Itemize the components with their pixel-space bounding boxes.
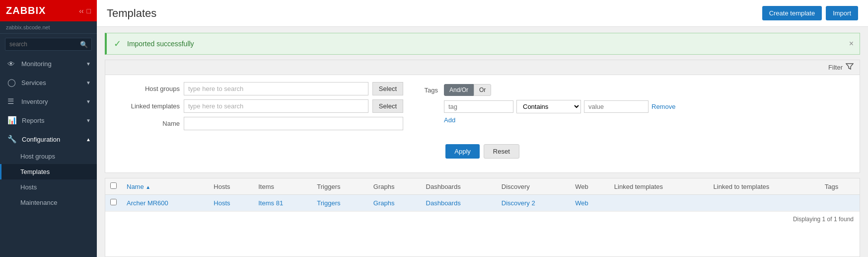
template-graphs-link[interactable]: Graphs — [373, 199, 395, 207]
template-dashboards-link[interactable]: Dashboards — [426, 199, 461, 207]
th-name: Name ▲ — [122, 178, 209, 195]
table-head: Name ▲ Hosts Items Triggers Graphs Dashb… — [105, 178, 860, 195]
sidebar-subitem-label-hosts: Hosts — [20, 183, 37, 191]
sidebar-item-maintenance[interactable]: Maintenance — [0, 195, 97, 210]
sidebar-item-monitoring[interactable]: 👁 Monitoring ▼ — [0, 55, 97, 73]
th-web: Web — [570, 178, 609, 195]
sidebar-search-input[interactable] — [5, 38, 92, 51]
template-triggers-link[interactable]: Triggers — [317, 199, 340, 207]
logo-text: ZABBIX — [6, 5, 46, 16]
linked-templates-row: Linked templates Select — [115, 99, 403, 113]
tags-and-or-button[interactable]: And/Or — [444, 84, 474, 96]
row-items-cell: Items 81 — [253, 195, 312, 211]
template-web-link[interactable]: Web — [575, 199, 588, 207]
sort-asc-icon: ▲ — [145, 184, 150, 190]
monitoring-icon: 👁 — [7, 60, 16, 68]
tag-name-input[interactable] — [444, 100, 513, 113]
filter-body: Host groups Select Linked templates Sele… — [105, 75, 860, 172]
row-web-cell: Web — [570, 195, 609, 211]
apply-button[interactable]: Apply — [445, 144, 480, 159]
page-title: Templates — [107, 7, 156, 20]
template-hosts-link[interactable]: Hosts — [214, 199, 230, 207]
sort-name-link[interactable]: Name ▲ — [127, 183, 150, 190]
th-discovery: Discovery — [497, 178, 571, 195]
expand-icon[interactable]: □ — [87, 7, 91, 15]
th-dashboards: Dashboards — [421, 178, 497, 195]
name-input[interactable]: archer — [184, 117, 403, 130]
tag-condition-select[interactable]: Contains Equals Does not contain Does no… — [516, 100, 581, 113]
sidebar-item-hosts[interactable]: Hosts — [0, 179, 97, 195]
th-linked-to-templates: Linked to templates — [709, 178, 820, 195]
chevron-up-icon: ▲ — [86, 137, 91, 142]
row-checkbox-cell — [105, 195, 122, 211]
row-discovery-cell: Discovery 2 — [497, 195, 571, 211]
template-name-link[interactable]: Archer MR600 — [127, 199, 168, 207]
host-groups-select-button[interactable]: Select — [372, 82, 403, 95]
linked-templates-select-button[interactable]: Select — [372, 99, 403, 113]
row-triggers-cell: Triggers — [312, 195, 368, 211]
th-tags: Tags — [820, 178, 860, 195]
sidebar-subitem-label-templates: Templates — [20, 168, 50, 175]
sidebar-item-reports[interactable]: 📊 Reports ▼ — [0, 111, 97, 130]
filter-left: Host groups Select Linked templates Sele… — [115, 82, 403, 134]
template-discovery-link[interactable]: Discovery 2 — [502, 199, 535, 207]
template-items-link[interactable]: Items 81 — [258, 199, 283, 207]
sidebar-item-host-groups[interactable]: Host groups — [0, 149, 97, 164]
import-button[interactable]: Import — [826, 6, 858, 20]
row-graphs-cell: Graphs — [368, 195, 421, 211]
sidebar-item-label-services: Services — [21, 79, 46, 86]
tags-or-button[interactable]: Or — [474, 84, 491, 96]
templates-table-area: Name ▲ Hosts Items Triggers Graphs Dashb… — [105, 178, 860, 257]
reports-icon: 📊 — [7, 116, 17, 125]
filter-row-main: Host groups Select Linked templates Sele… — [115, 82, 850, 134]
host-groups-input[interactable] — [184, 82, 368, 95]
name-label: Name — [115, 120, 180, 127]
filter-header: Filter — [105, 60, 860, 75]
filter-right: Tags And/Or Or Contains Equals Does not … — [413, 82, 850, 124]
row-checkbox[interactable] — [110, 199, 117, 205]
inventory-icon: ☰ — [7, 97, 16, 106]
close-notification-button[interactable]: × — [849, 39, 854, 48]
add-tag-link[interactable]: Add — [444, 116, 850, 124]
search-icon: 🔍 — [80, 41, 88, 48]
th-hosts: Hosts — [209, 178, 253, 195]
select-all-header — [105, 178, 122, 195]
host-groups-row: Host groups Select — [115, 82, 403, 95]
th-linked-templates: Linked templates — [609, 178, 709, 195]
table-row: Archer MR600 Hosts Items 81 Triggers — [105, 195, 860, 211]
services-icon: ◯ — [7, 78, 16, 87]
tag-value-input[interactable] — [584, 100, 649, 113]
reset-button[interactable]: Reset — [484, 144, 519, 159]
table-footer: Displaying 1 of 1 found — [105, 211, 860, 227]
filter-panel: Filter Host groups Select Linked templat — [105, 60, 860, 173]
create-template-button[interactable]: Create template — [762, 6, 822, 20]
templates-table: Name ▲ Hosts Items Triggers Graphs Dashb… — [105, 178, 860, 211]
chevron-down-icon-services: ▼ — [86, 80, 91, 86]
logo-icons: ‹‹ □ — [79, 7, 91, 15]
success-check-icon: ✓ — [114, 38, 121, 49]
row-hosts-cell: Hosts — [209, 195, 253, 211]
remove-tag-button[interactable]: Remove — [651, 103, 675, 110]
sidebar-subitem-label-maintenance: Maintenance — [20, 199, 57, 206]
success-message-text: Imported successfully — [127, 40, 194, 48]
row-tags-cell — [820, 195, 860, 211]
row-dashboards-cell: Dashboards — [421, 195, 497, 211]
sidebar-item-configuration[interactable]: 🔧 Configuration ▲ — [0, 130, 97, 149]
configuration-icon: 🔧 — [7, 135, 17, 144]
sidebar-item-label-monitoring: Monitoring — [21, 60, 52, 68]
row-linked-templates-cell — [609, 195, 709, 211]
collapse-icon[interactable]: ‹‹ — [79, 7, 83, 15]
sidebar-item-label-reports: Reports — [22, 117, 45, 124]
sidebar-item-templates[interactable]: Templates — [0, 164, 97, 179]
select-all-checkbox[interactable] — [110, 182, 117, 189]
sidebar-user: zabbix.sbcode.net — [0, 21, 97, 34]
sidebar-item-inventory[interactable]: ☰ Inventory ▼ — [0, 92, 97, 111]
chevron-down-icon-reports: ▼ — [86, 118, 91, 123]
chevron-down-icon-inventory: ▼ — [86, 99, 91, 104]
sidebar-item-services[interactable]: ◯ Services ▼ — [0, 73, 97, 92]
linked-templates-input[interactable] — [184, 99, 368, 113]
sidebar-item-label-configuration: Configuration — [22, 136, 60, 143]
filter-icon — [846, 63, 854, 72]
header-buttons: Create template Import — [762, 6, 858, 20]
host-groups-label: Host groups — [115, 85, 180, 92]
